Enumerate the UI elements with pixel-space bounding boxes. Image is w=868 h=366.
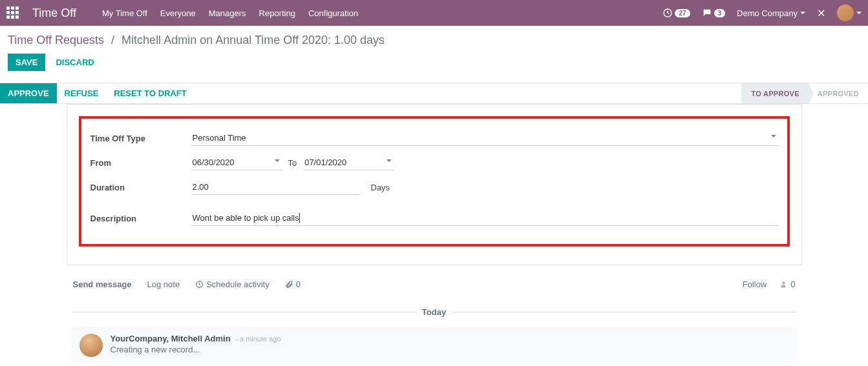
chatter-right: Follow 0: [743, 280, 796, 289]
label-type: Time Off Type: [90, 134, 191, 143]
divider-today-label: Today: [422, 307, 446, 317]
to-date-input[interactable]: [303, 155, 394, 170]
company-selector[interactable]: Demo Company: [737, 8, 805, 18]
nav-reporting[interactable]: Reporting: [259, 8, 295, 18]
message-time: - a minute ago: [235, 335, 281, 343]
paperclip-icon: [285, 280, 293, 289]
row-from: From To: [90, 155, 778, 170]
breadcrumb-root[interactable]: Time Off Requests: [8, 34, 104, 46]
status-to-approve[interactable]: To Approve: [742, 83, 809, 103]
chevron-down-icon: [856, 12, 862, 14]
follow-button[interactable]: Follow: [743, 280, 767, 289]
company-name-label: Demo Company: [737, 8, 798, 18]
row-type: Time Off Type: [90, 130, 778, 146]
breadcrumb: Time Off Requests / Mitchell Admin on An…: [8, 34, 860, 47]
label-to: To: [288, 158, 297, 168]
chat-icon: [702, 8, 712, 18]
type-field-wrap: [191, 130, 778, 146]
avatar: [79, 334, 103, 357]
avatar: [837, 5, 854, 21]
nav-items: My Time Off Everyone Managers Reporting …: [102, 8, 358, 18]
time-off-type-input[interactable]: [191, 130, 778, 146]
label-duration: Duration: [90, 183, 191, 192]
nav-my-time-off[interactable]: My Time Off: [102, 8, 147, 18]
row-description: Description Wont be able to pick up call…: [90, 210, 778, 226]
attachments-count: 0: [296, 280, 301, 289]
nav-everyone[interactable]: Everyone: [160, 8, 196, 18]
close-icon[interactable]: ✕: [817, 7, 825, 19]
save-button[interactable]: Save: [8, 54, 45, 71]
divider-today: Today: [72, 307, 797, 317]
chevron-down-icon[interactable]: [386, 159, 392, 162]
highlight-box: Time Off Type From To Duration Days: [79, 116, 790, 247]
status-left: Approve Refuse Reset to Draft: [0, 83, 195, 103]
message-body: YourCompany, Mitchell Admin - a minute a…: [111, 334, 789, 357]
timer-pill[interactable]: 27: [662, 8, 690, 18]
chat-pill[interactable]: 3: [702, 8, 726, 18]
send-message-button[interactable]: Send message: [73, 280, 132, 289]
chatter: Send message Log note Schedule activity …: [67, 265, 802, 366]
chevron-down-icon[interactable]: [771, 135, 776, 137]
followers-count: 0: [790, 280, 795, 289]
topbar-right: 27 3 Demo Company ✕: [662, 5, 862, 21]
duration-input[interactable]: [191, 179, 359, 195]
message-text: Creating a new record...: [111, 345, 789, 354]
status-right: To Approve Approved: [742, 83, 868, 103]
label-description: Description: [90, 214, 191, 223]
clock-icon: [662, 8, 673, 18]
description-value: Wont be able to pick up calls: [193, 213, 300, 223]
chevron-down-icon[interactable]: [275, 159, 280, 162]
chatter-top: Send message Log note Schedule activity …: [72, 276, 797, 301]
chevron-down-icon: [800, 12, 805, 14]
nav-managers[interactable]: Managers: [209, 8, 246, 18]
form-sheet: Time Off Type From To Duration Days: [67, 104, 802, 265]
label-days: Days: [371, 183, 390, 192]
schedule-activity-label: Schedule activity: [206, 280, 270, 289]
schedule-activity-button[interactable]: Schedule activity: [195, 280, 270, 289]
clock-icon: [195, 280, 204, 289]
action-buttons: Save Discard: [8, 54, 860, 71]
followers-button[interactable]: 0: [779, 280, 795, 289]
message-header: YourCompany, Mitchell Admin - a minute a…: [111, 334, 789, 343]
log-note-button[interactable]: Log note: [147, 280, 180, 289]
apps-icon[interactable]: [6, 6, 19, 19]
approve-button[interactable]: Approve: [0, 83, 57, 103]
description-input[interactable]: Wont be able to pick up calls: [191, 210, 778, 226]
discard-button[interactable]: Discard: [56, 57, 94, 67]
timer-badge: 27: [675, 9, 690, 17]
breadcrumb-area: Time Off Requests / Mitchell Admin on An…: [0, 26, 868, 76]
breadcrumb-separator: /: [111, 34, 114, 46]
nav-configuration[interactable]: Configuration: [308, 8, 358, 18]
topbar: Time Off My Time Off Everyone Managers R…: [0, 0, 868, 26]
label-from: From: [90, 158, 191, 168]
app-title: Time Off: [32, 6, 76, 20]
from-date-input[interactable]: [191, 155, 282, 170]
chat-badge: 3: [714, 9, 726, 17]
row-duration: Duration Days: [90, 179, 778, 195]
message-author: YourCompany, Mitchell Admin: [111, 334, 231, 343]
reset-to-draft-button[interactable]: Reset to Draft: [106, 88, 194, 98]
breadcrumb-current: Mitchell Admin on Annual Time Off 2020: …: [122, 34, 385, 46]
user-icon: [779, 280, 788, 289]
refuse-button[interactable]: Refuse: [57, 88, 107, 98]
user-menu[interactable]: [837, 5, 862, 21]
svg-point-2: [783, 281, 785, 284]
message: YourCompany, Mitchell Admin - a minute a…: [72, 327, 797, 363]
attachments-button[interactable]: 0: [285, 280, 301, 289]
status-approved[interactable]: Approved: [809, 83, 868, 103]
status-bar: Approve Refuse Reset to Draft To Approve…: [0, 83, 868, 104]
